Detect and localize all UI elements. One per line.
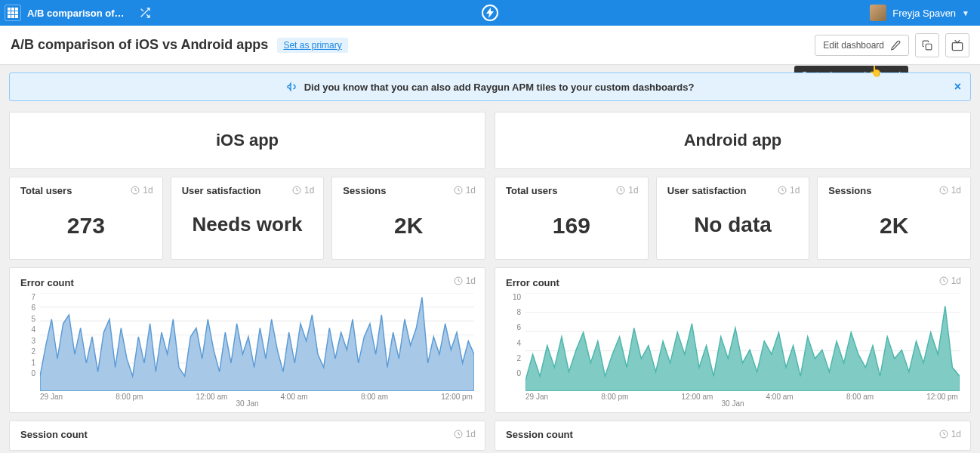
info-banner: Did you know that you can also add Raygu… — [9, 72, 971, 101]
metric-value: Needs work — [182, 213, 313, 236]
chart-svg — [525, 293, 960, 391]
metric-total-users-android[interactable]: Total users 1d 169 — [495, 177, 649, 260]
x-axis-sublabel: 30 Jan — [20, 399, 474, 408]
clock-icon — [778, 186, 787, 195]
column-title: iOS app — [216, 131, 279, 150]
svg-rect-4 — [11, 11, 14, 14]
shuffle-icon[interactable] — [139, 7, 151, 19]
svg-rect-7 — [11, 15, 14, 18]
chart-title: Session count — [506, 429, 960, 440]
svg-rect-5 — [15, 11, 18, 14]
y-axis-labels: 1086420 — [506, 293, 524, 378]
clock-icon — [939, 186, 948, 195]
svg-rect-9 — [926, 44, 932, 50]
copy-button[interactable] — [915, 33, 939, 57]
hero-tile-ios: iOS app — [9, 112, 485, 169]
metric-user-satisfaction-ios[interactable]: User satisfaction 1d Needs work — [171, 177, 325, 260]
topbar: A/B comparison of i… Freyja Spaven ▼ — [0, 0, 980, 26]
metric-value: No data — [667, 213, 799, 237]
svg-rect-2 — [15, 8, 18, 11]
hero-tile-android: Android app — [495, 112, 971, 169]
session-chart-android[interactable]: Session count 1d — [495, 421, 971, 451]
dashboard-title: A/B comparison of iOS vs Android apps — [11, 37, 268, 53]
column-ios: iOS app Total users 1d 273 User satisfac… — [9, 112, 485, 451]
metric-value: 273 — [20, 213, 152, 239]
svg-rect-1 — [11, 8, 14, 11]
megaphone-icon — [286, 81, 298, 93]
topbar-title[interactable]: A/B comparison of i… — [27, 8, 125, 19]
column-title: Android app — [684, 131, 782, 150]
metric-user-satisfaction-android[interactable]: User satisfaction 1d No data — [656, 177, 810, 260]
subheader: A/B comparison of iOS vs Android apps Se… — [0, 26, 980, 65]
session-chart-ios[interactable]: Session count 1d — [9, 421, 485, 451]
svg-rect-8 — [15, 15, 18, 18]
metric-value: 2K — [343, 213, 474, 239]
clock-icon — [454, 430, 463, 439]
x-axis-sublabel: 30 Jan — [506, 399, 960, 408]
error-chart-ios[interactable]: Error count 1d 76543210 29 Jan8:00 pm12:… — [9, 267, 485, 413]
metric-total-users-ios[interactable]: Total users 1d 273 — [9, 177, 163, 260]
clock-icon — [454, 186, 463, 195]
chart-title: Session count — [20, 429, 474, 440]
clock-icon — [292, 186, 301, 195]
svg-rect-6 — [8, 15, 11, 18]
metric-value: 169 — [506, 213, 637, 239]
svg-rect-10 — [952, 42, 962, 50]
metric-sessions-ios[interactable]: Sessions 1d 2K — [331, 177, 485, 260]
svg-rect-3 — [8, 11, 11, 14]
copy-icon — [922, 40, 932, 51]
clock-icon — [616, 186, 625, 195]
pencil-icon — [890, 40, 901, 51]
bolt-icon[interactable] — [482, 5, 498, 21]
edit-dashboard-label: Edit dashboard — [823, 40, 884, 51]
dashboard-grid: iOS app Total users 1d 273 User satisfac… — [9, 112, 971, 451]
y-axis-labels: 76543210 — [20, 293, 39, 378]
chevron-down-icon[interactable]: ▼ — [962, 9, 969, 17]
metric-value: 2K — [828, 213, 960, 239]
tv-button[interactable] — [945, 33, 969, 57]
error-chart-android[interactable]: Error count 1d 1086420 29 Jan8:00 pm12:0… — [495, 267, 971, 413]
chart-svg — [40, 293, 474, 391]
svg-rect-0 — [8, 8, 11, 11]
dashboard-grid-icon[interactable] — [5, 5, 21, 21]
clock-icon — [939, 276, 948, 285]
metric-sessions-android[interactable]: Sessions 1d 2K — [817, 177, 971, 260]
edit-dashboard-button[interactable]: Edit dashboard Customize your dashboard — [815, 35, 909, 56]
clock-icon — [131, 186, 140, 195]
clock-icon — [939, 430, 948, 439]
chart-title: Error count — [506, 277, 960, 288]
chart-title: Error count — [20, 277, 474, 288]
clock-icon — [454, 276, 463, 285]
column-android: Android app Total users 1d 169 User sati… — [495, 112, 971, 451]
banner-close-button[interactable]: × — [954, 80, 961, 94]
banner-text: Did you know that you can also add Raygu… — [304, 82, 695, 93]
set-primary-link[interactable]: Set as primary — [277, 38, 347, 53]
avatar[interactable] — [870, 5, 886, 21]
tv-icon — [951, 39, 963, 51]
user-name[interactable]: Freyja Spaven — [892, 8, 956, 19]
